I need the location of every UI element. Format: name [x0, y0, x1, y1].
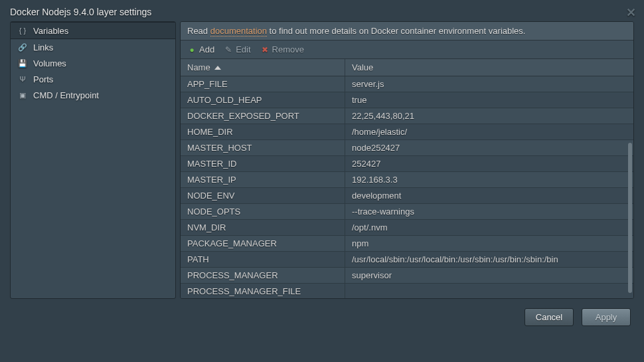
- table-row[interactable]: PACKAGE_MANAGERnpm: [181, 236, 633, 252]
- cell-value: --trace-warnings: [345, 204, 633, 219]
- sidebar-item-ports[interactable]: Ψ Ports: [11, 71, 175, 87]
- cell-name: HOME_DIR: [181, 124, 345, 139]
- cell-value: npm: [345, 236, 633, 251]
- edit-icon: ✎: [224, 45, 233, 54]
- cell-name: NODE_ENV: [181, 188, 345, 203]
- cell-name: AUTO_OLD_HEAP: [181, 92, 345, 108]
- remove-icon: ✖: [260, 45, 270, 54]
- remove-button[interactable]: ✖ Remove: [260, 45, 304, 54]
- column-header-value[interactable]: Value: [345, 59, 633, 76]
- cell-value: /home/jelastic/: [345, 124, 633, 139]
- cell-name: MASTER_ID: [181, 156, 345, 171]
- cell-value: 252427: [345, 156, 633, 171]
- link-icon: 🔗: [17, 42, 28, 52]
- braces-icon: { }: [17, 25, 28, 36]
- main-panel: Read documentation to find out more deta…: [180, 21, 634, 299]
- sidebar-item-label: CMD / Entrypoint: [33, 90, 99, 100]
- info-suffix: to find out more details on Docker conta…: [267, 26, 525, 36]
- table-row[interactable]: MASTER_HOSTnode252427: [181, 140, 633, 156]
- close-icon[interactable]: ✕: [626, 5, 636, 20]
- sidebar-item-label: Links: [33, 43, 53, 52]
- edit-button[interactable]: ✎ Edit: [224, 45, 250, 54]
- scrollbar-thumb[interactable]: [628, 143, 632, 293]
- add-button[interactable]: ● Add: [187, 45, 214, 54]
- cell-value: /usr/local/sbin:/usr/local/bin:/usr/sbin…: [345, 252, 633, 267]
- table-row[interactable]: PROCESS_MANAGER_FILE: [181, 284, 633, 298]
- toolbar: ● Add ✎ Edit ✖ Remove: [181, 41, 633, 59]
- cell-name: PATH: [181, 252, 345, 267]
- cell-value: supervisor: [345, 268, 633, 283]
- table-row[interactable]: PATH/usr/local/sbin:/usr/local/bin:/usr/…: [181, 252, 633, 268]
- table-row[interactable]: NODE_OPTS--trace-warnings: [181, 204, 633, 220]
- table-header: Name Value: [181, 59, 633, 76]
- column-header-name[interactable]: Name: [181, 59, 345, 76]
- cell-value: node252427: [345, 140, 633, 155]
- info-prefix: Read: [187, 26, 210, 36]
- sidebar-item-volumes[interactable]: 💾 Volumes: [11, 55, 175, 71]
- dialog-footer: Cancel Apply: [0, 299, 644, 335]
- apply-button[interactable]: Apply: [582, 308, 631, 326]
- table-row[interactable]: MASTER_ID252427: [181, 156, 633, 172]
- remove-label: Remove: [272, 45, 304, 54]
- cell-name: NODE_OPTS: [181, 204, 345, 219]
- cell-name: DOCKER_EXPOSED_PORT: [181, 108, 345, 124]
- table-row[interactable]: DOCKER_EXPOSED_PORT22,25,443,80,21: [181, 108, 633, 124]
- sort-asc-icon: [214, 66, 221, 70]
- sidebar-item-label: Volumes: [33, 58, 66, 68]
- cell-value: 192.168.3.3: [345, 172, 633, 187]
- table-row[interactable]: PROCESS_MANAGERsupervisor: [181, 268, 633, 284]
- add-label: Add: [199, 45, 214, 54]
- cell-name: PROCESS_MANAGER: [181, 268, 345, 283]
- sidebar-item-cmd[interactable]: ▣ CMD / Entrypoint: [11, 87, 175, 103]
- table-row[interactable]: AUTO_OLD_HEAPtrue: [181, 92, 633, 108]
- table-row[interactable]: NODE_ENVdevelopment: [181, 188, 633, 204]
- cell-value: true: [345, 92, 633, 108]
- cell-name: PROCESS_MANAGER_FILE: [181, 284, 345, 298]
- documentation-link[interactable]: documentation: [210, 26, 267, 37]
- cell-name: PACKAGE_MANAGER: [181, 236, 345, 251]
- disk-icon: 💾: [17, 58, 28, 68]
- table-row[interactable]: APP_FILEserver.js: [181, 76, 633, 92]
- sidebar-item-label: Variables: [33, 26, 68, 36]
- sidebar-item-label: Ports: [33, 74, 53, 84]
- sidebar-item-links[interactable]: 🔗 Links: [11, 39, 175, 55]
- dialog-title: Docker Nodejs 9.4.0 layer settings: [10, 7, 151, 17]
- cell-value: server.js: [345, 76, 633, 92]
- table-row[interactable]: MASTER_IP192.168.3.3: [181, 172, 633, 188]
- table-body: APP_FILEserver.jsAUTO_OLD_HEAPtrueDOCKER…: [181, 76, 633, 298]
- usb-icon: Ψ: [17, 74, 28, 84]
- table-row[interactable]: NVM_DIR/opt/.nvm: [181, 220, 633, 236]
- dialog-content: { } Variables 🔗 Links 💾 Volumes Ψ Ports …: [0, 21, 644, 299]
- cell-value: development: [345, 188, 633, 203]
- cell-name: MASTER_IP: [181, 172, 345, 187]
- cell-value: [345, 284, 633, 298]
- cancel-button[interactable]: Cancel: [524, 308, 574, 326]
- info-bar: Read documentation to find out more deta…: [181, 22, 633, 41]
- cell-value: /opt/.nvm: [345, 220, 633, 235]
- edit-label: Edit: [236, 45, 250, 54]
- cell-name: MASTER_HOST: [181, 140, 345, 155]
- cell-value: 22,25,443,80,21: [345, 108, 633, 124]
- sidebar: { } Variables 🔗 Links 💾 Volumes Ψ Ports …: [10, 21, 176, 299]
- header-value-label: Value: [352, 62, 373, 72]
- add-icon: ●: [187, 45, 197, 54]
- sidebar-item-variables[interactable]: { } Variables: [11, 22, 175, 39]
- dialog-title-bar: Docker Nodejs 9.4.0 layer settings ✕: [0, 0, 644, 21]
- header-name-label: Name: [187, 62, 210, 72]
- cmd-icon: ▣: [17, 90, 28, 100]
- cell-name: APP_FILE: [181, 76, 345, 92]
- table-row[interactable]: HOME_DIR/home/jelastic/: [181, 124, 633, 140]
- cell-name: NVM_DIR: [181, 220, 345, 235]
